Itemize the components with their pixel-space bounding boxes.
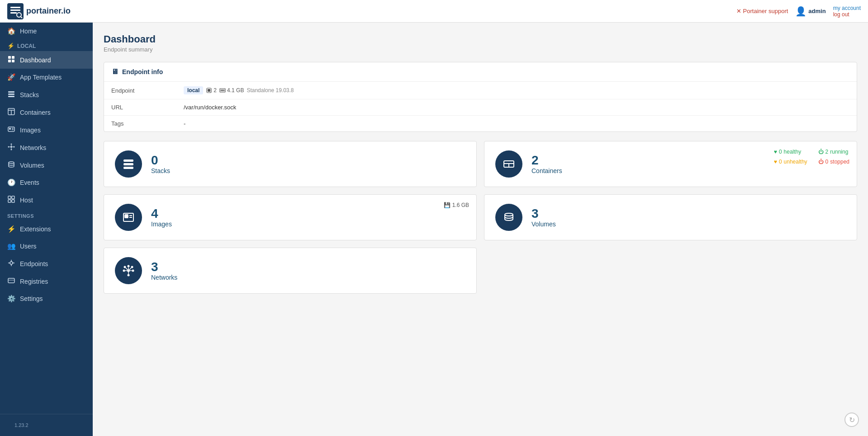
sidebar-item-networks[interactable]: Networks	[0, 139, 93, 156]
endpoint-label: Endpoint	[111, 87, 184, 94]
unhealthy-heart-icon: ♥	[774, 159, 777, 165]
sidebar-registries-label: Registries	[20, 278, 48, 285]
url-value: /var/run/docker.sock	[184, 104, 236, 111]
sidebar: 🏠 Home ⚡ LOCAL Dashboard 🚀 App Templates…	[0, 23, 93, 436]
dashboard-grid: 0 Stacks 2 Containers ♥ 0	[104, 141, 857, 294]
svg-rect-10	[8, 91, 14, 93]
sidebar-item-events[interactable]: 🕐 Events	[0, 174, 93, 191]
sidebar-item-extensions[interactable]: ⚡ Extensions	[0, 220, 93, 238]
endpoint-name-badge: local	[184, 86, 203, 94]
svg-rect-31	[12, 196, 14, 199]
sidebar-app-templates-label: App Templates	[20, 74, 62, 81]
svg-point-62	[128, 274, 130, 277]
stacks-label: Stacks	[151, 167, 170, 174]
svg-point-64	[124, 266, 126, 268]
endpoint-info-card: 🖥 Endpoint info Endpoint local 2 4.1 G	[104, 62, 857, 132]
svg-rect-11	[8, 94, 14, 95]
svg-point-20	[10, 146, 12, 148]
sidebar-item-images[interactable]: Images	[0, 121, 93, 139]
svg-point-23	[8, 146, 9, 148]
cpu-badge: 2	[206, 87, 217, 94]
sidebar-images-label: Images	[20, 127, 41, 134]
containers-icon-circle	[495, 150, 522, 178]
power-off-icon: ⏻	[818, 159, 824, 165]
app-templates-icon: 🚀	[7, 73, 15, 81]
sidebar-item-stacks[interactable]: Stacks	[0, 86, 93, 103]
heart-icon: ♥	[774, 149, 777, 155]
networks-label: Networks	[151, 274, 177, 281]
page-title: Dashboard	[104, 33, 857, 45]
images-size-value: 1.6 GB	[452, 202, 469, 208]
sidebar-containers-label: Containers	[20, 109, 51, 116]
sidebar-item-users[interactable]: 👥 Users	[0, 238, 93, 255]
networks-icon-circle	[115, 257, 142, 284]
stopped-label: stopped	[830, 159, 849, 165]
svg-line-70	[126, 268, 128, 270]
memory-value: 4.1 GB	[227, 87, 244, 94]
endpoint-info-body: Endpoint local 2 4.1 GB Standalone 19.03…	[104, 82, 857, 131]
svg-line-69	[129, 268, 131, 270]
logo-area[interactable]: portainer.io	[7, 3, 71, 19]
sidebar-item-dashboard[interactable]: Dashboard	[0, 51, 93, 69]
logo-text: portainer.io	[26, 6, 71, 16]
sidebar-item-settings[interactable]: ⚙️ Settings	[0, 290, 93, 307]
scroll-to-top-button[interactable]: ↻	[844, 413, 859, 427]
volumes-card[interactable]: 3 Volumes	[484, 194, 857, 240]
log-out-link[interactable]: log out	[833, 11, 861, 18]
endpoint-info-header: 🖥 Endpoint info	[104, 62, 857, 82]
sidebar-users-label: Users	[20, 243, 37, 250]
containers-count: 2	[531, 154, 562, 168]
account-links: my account log out	[833, 5, 861, 18]
settings-icon: ⚙️	[7, 295, 15, 303]
sidebar-item-app-templates[interactable]: 🚀 App Templates	[0, 69, 93, 86]
top-header: portainer.io ✕ Portainer support 👤 admin…	[0, 0, 868, 23]
svg-point-22	[14, 146, 15, 148]
endpoint-row: Endpoint local 2 4.1 GB Standalone 19.03…	[104, 82, 857, 99]
volumes-icon	[7, 161, 15, 169]
containers-card[interactable]: 2 Containers ♥ 0 healthy ♥ 0 unhealthy	[484, 141, 857, 187]
networks-info: 3 Networks	[151, 260, 177, 281]
networks-card[interactable]: 3 Networks	[104, 248, 477, 294]
support-icon: ✕	[736, 8, 741, 14]
volumes-icon-circle	[495, 204, 522, 231]
sidebar-item-registries[interactable]: Registries	[0, 272, 93, 290]
stacks-info: 0 Stacks	[151, 154, 170, 175]
stopped-count: 0	[825, 159, 829, 165]
svg-rect-30	[8, 196, 11, 199]
svg-rect-33	[12, 200, 14, 202]
svg-rect-3	[10, 12, 17, 14]
running-stat: ⏻ 2 running	[818, 149, 849, 155]
networks-count: 3	[151, 260, 177, 274]
my-account-link[interactable]: my account	[833, 5, 861, 11]
svg-rect-54	[125, 215, 128, 218]
images-label: Images	[151, 220, 172, 228]
sidebar-item-containers[interactable]: Containers	[0, 103, 93, 121]
images-extra: 💾 1.6 GB	[444, 202, 469, 208]
cloud-icon: 💾	[444, 202, 451, 208]
version-label: 1.23.2	[7, 419, 85, 431]
sidebar-item-home[interactable]: 🏠 Home	[0, 23, 93, 40]
sidebar-extensions-label: Extensions	[20, 225, 51, 233]
local-label: LOCAL	[17, 43, 36, 49]
sidebar-dashboard-label: Dashboard	[20, 56, 51, 64]
portainer-support-link[interactable]: ✕ Portainer support	[736, 8, 788, 14]
containers-label: Containers	[531, 167, 562, 174]
stacks-icon-circle	[115, 150, 142, 178]
svg-rect-42	[208, 89, 210, 92]
volumes-count: 3	[531, 207, 556, 221]
dashboard-icon	[7, 56, 15, 64]
images-count: 4	[151, 207, 172, 221]
images-card[interactable]: 4 Images 💾 1.6 GB	[104, 194, 477, 240]
endpoint-info-icon: 🖥	[111, 68, 119, 76]
images-icon	[7, 126, 15, 134]
stacks-card[interactable]: 0 Stacks	[104, 141, 477, 187]
url-label: URL	[111, 104, 184, 111]
svg-rect-1	[10, 7, 20, 8]
stacks-count: 0	[151, 154, 170, 168]
sidebar-endpoints-label: Endpoints	[20, 260, 48, 267]
sidebar-item-endpoints[interactable]: Endpoints	[0, 255, 93, 272]
main-content: Dashboard Endpoint summary 🖥 Endpoint in…	[93, 23, 868, 436]
sidebar-item-host[interactable]: Host	[0, 191, 93, 209]
sidebar-item-volumes[interactable]: Volumes	[0, 156, 93, 174]
tags-value: -	[184, 120, 185, 127]
